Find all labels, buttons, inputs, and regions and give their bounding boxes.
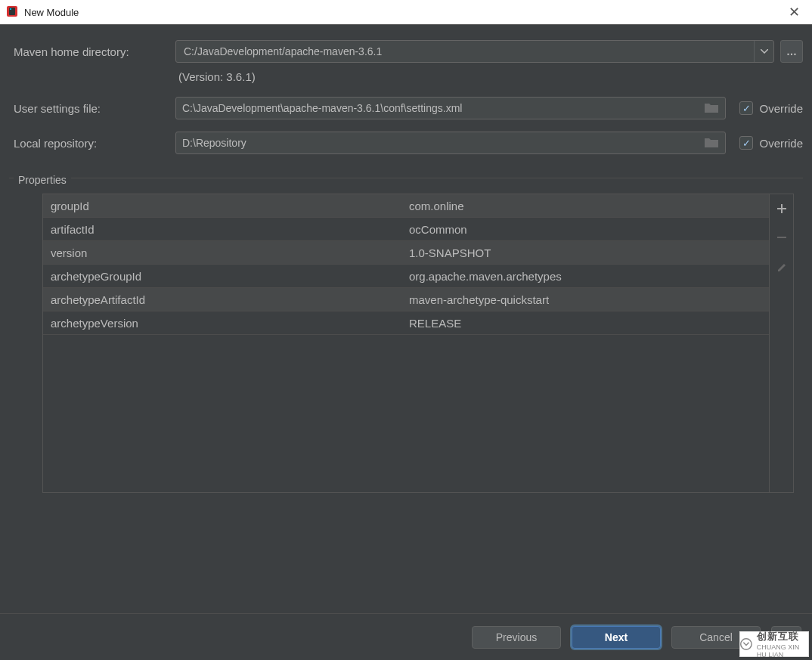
property-value: maven-archetype-quickstart bbox=[406, 293, 769, 306]
local-repo-override-label: Override bbox=[759, 137, 803, 150]
properties-table[interactable]: groupIdcom.onlineartifactIdocCommonversi… bbox=[42, 194, 770, 493]
table-row[interactable]: version1.0-SNAPSHOT bbox=[43, 241, 769, 265]
properties-title: Properties bbox=[14, 174, 71, 186]
user-settings-label: User settings file: bbox=[9, 102, 169, 115]
table-row[interactable]: archetypeGroupIdorg.apache.maven.archety… bbox=[43, 265, 769, 288]
close-icon[interactable]: ✕ bbox=[783, 1, 806, 23]
maven-home-browse-button[interactable]: … bbox=[780, 40, 803, 63]
property-key: archetypeArtifactId bbox=[43, 293, 406, 306]
app-icon bbox=[6, 5, 18, 20]
property-key: archetypeVersion bbox=[43, 317, 406, 330]
chevron-down-icon[interactable] bbox=[754, 41, 773, 62]
property-key: groupId bbox=[43, 200, 406, 212]
maven-home-combo[interactable]: C:/JavaDevelopment/apache-maven-3.6.1 bbox=[175, 40, 774, 63]
property-value: org.apache.maven.archetypes bbox=[406, 270, 769, 283]
watermark-sub: CHUANG XIN HU LIAN bbox=[757, 643, 808, 658]
maven-home-value: C:/JavaDevelopment/apache-maven-3.6.1 bbox=[176, 45, 754, 57]
folder-icon[interactable] bbox=[704, 136, 719, 150]
table-row[interactable]: groupIdcom.online bbox=[43, 194, 769, 218]
previous-button[interactable]: Previous bbox=[472, 626, 561, 649]
dialog-footer: Previous Next Cancel bbox=[0, 613, 812, 660]
property-value: com.online bbox=[406, 200, 769, 212]
folder-icon[interactable] bbox=[704, 101, 719, 116]
property-key: artifactId bbox=[43, 223, 406, 236]
maven-version-note: (Version: 3.6.1) bbox=[178, 70, 803, 83]
titlebar: New Module ✕ bbox=[0, 0, 812, 24]
svg-rect-2 bbox=[10, 8, 11, 10]
property-key: version bbox=[43, 246, 406, 259]
add-button[interactable] bbox=[770, 194, 793, 223]
local-repo-value: D:\Repository bbox=[182, 137, 704, 149]
user-settings-override-checkbox[interactable]: ✓ bbox=[739, 101, 753, 115]
table-row[interactable]: archetypeArtifactIdmaven-archetype-quick… bbox=[43, 288, 769, 311]
local-repo-override-checkbox[interactable]: ✓ bbox=[739, 136, 753, 150]
edit-button[interactable] bbox=[770, 252, 793, 280]
watermark-brand: 创新互联 bbox=[757, 630, 808, 643]
table-row[interactable]: artifactIdocCommon bbox=[43, 218, 769, 241]
user-settings-field[interactable]: C:\JavaDevelopment\apache-maven-3.6.1\co… bbox=[175, 97, 726, 119]
next-button[interactable]: Next bbox=[572, 626, 661, 649]
svg-point-3 bbox=[741, 639, 752, 649]
property-value: ocCommon bbox=[406, 223, 769, 236]
user-settings-value: C:\JavaDevelopment\apache-maven-3.6.1\co… bbox=[182, 102, 704, 114]
dialog-content: Maven home directory: C:/JavaDevelopment… bbox=[0, 24, 812, 660]
user-settings-override-label: Override bbox=[759, 102, 803, 115]
property-key: archetypeGroupId bbox=[43, 270, 406, 283]
property-value: RELEASE bbox=[406, 317, 769, 330]
local-repo-label: Local repository: bbox=[9, 137, 169, 150]
divider bbox=[9, 178, 803, 178]
table-row[interactable]: archetypeVersionRELEASE bbox=[43, 311, 769, 335]
local-repo-field[interactable]: D:\Repository bbox=[175, 132, 726, 154]
properties-toolbar bbox=[770, 194, 794, 493]
window-title: New Module bbox=[24, 7, 79, 18]
maven-home-label: Maven home directory: bbox=[9, 45, 169, 58]
remove-button[interactable] bbox=[770, 223, 793, 252]
property-value: 1.0-SNAPSHOT bbox=[406, 246, 769, 259]
watermark: 创新互联 CHUANG XIN HU LIAN bbox=[739, 631, 809, 657]
